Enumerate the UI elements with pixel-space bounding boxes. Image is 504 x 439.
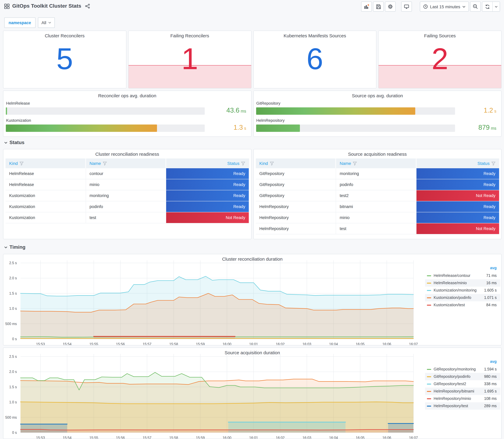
gauge-value-number: 43.6 [226, 106, 239, 114]
legend-series-name[interactable]: GitRepository/monitoring [434, 367, 476, 371]
cell-name: contour [86, 168, 166, 179]
x-axis-tick: 15:59 [196, 342, 205, 345]
legend-series-name[interactable]: Kustomization/monitoring [434, 288, 477, 293]
variable-namespace-label: namespace [4, 17, 35, 28]
legend-swatch-icon [427, 405, 431, 406]
legend-series-name[interactable]: Kustomization/podinfo [434, 295, 471, 300]
chevron-down-icon [4, 246, 7, 248]
stat-panel-1: Failing Reconcilers1 [128, 31, 252, 88]
gauge-row-label: GitRepository [256, 101, 281, 105]
x-axis-tick: 16:06 [382, 436, 391, 439]
gauge-panel-1: Source ops avg. durationGitRepository1.2… [253, 90, 502, 137]
tv-mode-button[interactable] [401, 1, 412, 12]
panel-title[interactable]: Source ops avg. duration [254, 93, 501, 98]
cell-kind: Kustomization [5, 201, 86, 212]
legend-series-name[interactable]: HelmRelease/contour [434, 273, 470, 278]
filter-icon[interactable] [241, 161, 245, 165]
filter-icon[interactable] [270, 161, 274, 165]
refresh-button[interactable] [482, 2, 492, 11]
table-header-row: KindNameStatus [256, 159, 499, 168]
time-range-label: Last 15 minutes [430, 4, 460, 9]
legend-item: HelmRepository/test289 ms [425, 402, 500, 410]
legend-item: Kustomization/test84 ms [425, 301, 500, 309]
stat-value: 2 [379, 44, 501, 73]
settings-button[interactable] [385, 1, 396, 12]
column-header-status[interactable]: Status [166, 159, 249, 168]
column-header-kind[interactable]: Kind [5, 159, 86, 168]
cell-kind: HelmRepository [256, 201, 336, 212]
cell-status: Ready [166, 201, 249, 212]
cell-kind: HelmRelease [5, 179, 86, 190]
legend-avg-header[interactable]: avg [425, 359, 500, 366]
filter-icon[interactable] [103, 161, 107, 165]
x-axis-tick: 16:03 [303, 436, 311, 439]
gauge-value: 1.2s [484, 106, 496, 114]
legend-series-name[interactable]: HelmRelease/minio [434, 281, 467, 285]
time-range-picker[interactable]: Last 15 minutes [420, 1, 469, 12]
legend-avg-header[interactable]: avg [425, 266, 500, 272]
legend-series-name[interactable]: GitRepository/test2 [434, 382, 466, 386]
column-header-name[interactable]: Name [336, 159, 416, 168]
share-icon[interactable] [85, 4, 90, 9]
legend-series-name[interactable]: Kustomization/test [434, 303, 465, 307]
x-axis-tick: 15:55 [89, 342, 98, 345]
gauge-value-unit: s [244, 126, 246, 131]
legend-avg-value: 1.071 s [484, 295, 497, 300]
legend-series-name[interactable]: HelmRepository/test [434, 404, 468, 408]
table-row: HelmReleaseminioReady [5, 179, 249, 190]
chevron-down-icon [462, 6, 466, 8]
section-timing[interactable]: Timing [4, 244, 25, 250]
zoom-out-button[interactable] [470, 1, 481, 12]
chart-legend: avgHelmRelease/contour71 msHelmRelease/m… [425, 266, 500, 309]
legend-avg-value: 980 ms [484, 375, 497, 379]
chart-panel-1: Source acquisition duration0 s500 ms1.0 … [3, 348, 502, 439]
legend-series-name[interactable]: HelmRepository/minio [434, 396, 471, 401]
legend-series-name[interactable]: GitRepository/podinfo [434, 375, 470, 379]
cell-status: Ready [166, 168, 249, 179]
panel-title[interactable]: Cluster Reconcilers [3, 33, 126, 38]
section-status[interactable]: Status [4, 140, 25, 145]
x-axis-tick: 16:02 [276, 342, 285, 345]
cell-status: Ready [166, 190, 249, 201]
gauge-track [6, 107, 205, 115]
x-axis-tick: 16:07 [409, 436, 418, 439]
legend-swatch-icon [427, 290, 431, 291]
cell-kind: Kustomization [5, 190, 86, 201]
x-axis-tick: 16:06 [382, 342, 391, 345]
refresh-split-button [482, 1, 500, 12]
gauge-row-label: HelmRepository [256, 118, 285, 122]
add-panel-button[interactable] [361, 1, 372, 12]
filter-icon[interactable] [492, 161, 495, 165]
filter-icon[interactable] [353, 161, 357, 165]
gauge-bar-fill [256, 124, 300, 132]
column-header-status[interactable]: Status [416, 159, 499, 168]
gauge-value-unit: s [494, 109, 496, 113]
filter-icon[interactable] [20, 161, 24, 165]
legend-series-name[interactable]: HelmRepository/bitnami [434, 389, 474, 393]
save-dashboard-button[interactable] [373, 1, 384, 12]
refresh-interval-dropdown[interactable] [492, 2, 500, 11]
column-header-label: Status [227, 161, 239, 166]
variable-namespace-dropdown[interactable]: All [38, 17, 55, 28]
y-axis-tick: 2.5 s [9, 261, 17, 265]
column-header-kind[interactable]: Kind [256, 159, 336, 168]
gauge-row-label: Kustomization [6, 118, 31, 122]
table-row: HelmRepositorybitnamiReady [256, 201, 499, 212]
table-row: HelmRepositorytestNot Ready [256, 223, 499, 234]
cell-status: Ready [416, 201, 499, 212]
chevron-down-icon [48, 22, 51, 24]
cell-kind: GitRepository [256, 179, 336, 190]
x-axis-tick: 16:07 [409, 342, 418, 345]
chart-panel-0: Cluster reconciliation duration0 s500 ms… [3, 254, 502, 345]
panel-title[interactable]: Cluster reconciliation readiness [3, 151, 251, 157]
panel-title[interactable]: Failing Sources [379, 33, 501, 38]
panel-title[interactable]: Kubernetes Manifests Sources [254, 33, 376, 38]
x-axis-tick: 15:53 [36, 342, 45, 345]
panel-title[interactable]: Failing Reconcilers [129, 33, 251, 38]
column-header-name[interactable]: Name [86, 159, 166, 168]
legend-item: HelmRelease/minio16 ms [425, 279, 500, 287]
section-status-label: Status [10, 140, 25, 145]
panel-title[interactable]: Source acquisition readiness [254, 151, 501, 157]
column-header-label: Name [340, 161, 351, 166]
panel-title[interactable]: Reconciler ops avg. duration [3, 93, 251, 98]
